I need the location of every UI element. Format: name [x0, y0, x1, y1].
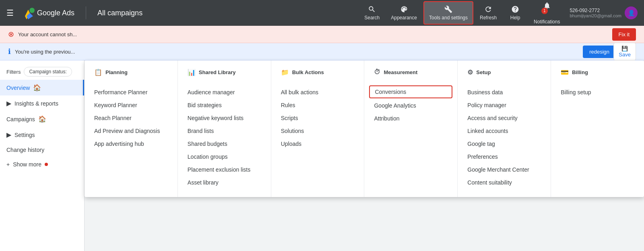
menu-item-location-groups[interactable]: Location groups: [188, 150, 261, 163]
save-button[interactable]: 💾 Save: [613, 43, 636, 60]
info-bar: ℹ You're using the previou... redesign 💾…: [0, 43, 644, 60]
appearance-button[interactable]: Appearance: [386, 2, 422, 24]
setup-header: ⚙ Setup: [467, 68, 541, 79]
help-label: Help: [510, 15, 520, 21]
menu-item-policy-manager[interactable]: Policy manager: [467, 99, 541, 112]
redesign-button[interactable]: redesign: [583, 46, 616, 58]
menu-item-scripts[interactable]: Scripts: [281, 112, 355, 124]
menu-item-reach-planner[interactable]: Reach Planner: [94, 112, 168, 124]
tools-settings-button[interactable]: Tools and settings: [423, 1, 473, 25]
campaign-status-chip[interactable]: Campaign status:: [24, 67, 72, 77]
menu-item-shared-budgets[interactable]: Shared budgets: [188, 137, 261, 150]
sidebar-item-change-history[interactable]: Change history: [0, 143, 84, 157]
settings-expand-icon: ▶: [6, 131, 11, 139]
app-name: Google Ads: [37, 9, 74, 17]
notification-badge: 1: [541, 8, 548, 14]
menu-item-bid-strategies[interactable]: Bid strategies: [188, 99, 261, 112]
sidebar-item-insights[interactable]: ▶ Insights & reports: [0, 95, 84, 111]
appearance-icon: [400, 5, 408, 13]
insights-label: Insights & reports: [14, 100, 58, 107]
setup-column: ⚙ Setup Business data Policy manager Acc…: [458, 60, 551, 197]
planning-title: Planning: [105, 69, 128, 75]
setup-title: Setup: [476, 69, 491, 75]
refresh-button[interactable]: Refresh: [475, 2, 502, 24]
red-dot-indicator: [45, 163, 48, 166]
tools-label: Tools and settings: [429, 15, 468, 21]
change-history-label: Change history: [6, 147, 44, 153]
menu-item-content-suitability[interactable]: Content suitability: [467, 176, 541, 189]
menu-item-audience-manager[interactable]: Audience manager: [188, 86, 261, 99]
menu-item-rules[interactable]: Rules: [281, 99, 355, 112]
menu-item-billing-setup[interactable]: Billing setup: [561, 86, 634, 99]
shared-library-title: Shared Library: [199, 69, 236, 75]
menu-item-linked-accounts[interactable]: Linked accounts: [467, 124, 541, 137]
home-icon: 🏠: [33, 84, 41, 91]
sidebar-item-settings[interactable]: ▶ Settings: [0, 127, 84, 143]
bulk-actions-column: 📁 Bulk Actions All bulk actions Rules Sc…: [271, 60, 365, 197]
sidebar-item-campaigns[interactable]: Campaigns 🏠: [0, 111, 84, 127]
tools-dropdown-menu: 📋 Planning Performance Planner Keyword P…: [85, 60, 644, 197]
menu-item-access-security[interactable]: Access and security: [467, 112, 541, 124]
user-account[interactable]: 526-092-2772 bhumijiyani20@gmail.com 👤: [570, 6, 638, 19]
account-alert-bar: ⊗ Your account cannot sh... Fix it: [0, 26, 644, 43]
account-alert-text: Your account cannot sh...: [18, 31, 77, 37]
menu-item-uploads[interactable]: Uploads: [281, 137, 355, 150]
notifications-button[interactable]: 1 Notifications: [529, 0, 565, 28]
menu-item-attribution[interactable]: Attribution: [374, 112, 448, 125]
tools-icon: [444, 5, 452, 13]
menu-item-business-data[interactable]: Business data: [467, 86, 541, 99]
planning-icon: 📋: [94, 68, 102, 76]
menu-item-preferences[interactable]: Preferences: [467, 150, 541, 163]
help-button[interactable]: Help: [503, 2, 527, 24]
menu-item-performance-planner[interactable]: Performance Planner: [94, 86, 168, 99]
sidebar: Filters Campaign status: Overview 🏠 ▶ In…: [0, 60, 85, 251]
menu-item-keyword-planner[interactable]: Keyword Planner: [94, 99, 168, 112]
billing-icon: 💳: [561, 68, 569, 76]
nav-divider: [86, 6, 86, 19]
menu-item-app-advertising[interactable]: App advertising hub: [94, 137, 168, 150]
campaign-status-label: Campaign status:: [29, 69, 66, 75]
fix-button[interactable]: Fix it: [612, 28, 636, 41]
menu-item-ad-preview[interactable]: Ad Preview and Diagnosis: [94, 124, 168, 137]
settings-label: Settings: [14, 132, 35, 138]
logo-icon: [22, 6, 35, 19]
hamburger-menu[interactable]: ☰: [6, 8, 14, 18]
nav-right: Search Appearance Tools and settings Ref…: [359, 0, 638, 28]
alert-icon: ⊗: [8, 30, 14, 39]
search-button[interactable]: Search: [359, 2, 384, 24]
expand-icon: ▶: [6, 100, 11, 107]
search-label: Search: [364, 15, 380, 21]
plus-icon: +: [6, 161, 10, 168]
menu-item-google-analytics[interactable]: Google Analytics: [374, 99, 448, 112]
campaigns-label: Campaigns: [6, 116, 35, 122]
menu-item-google-merchant[interactable]: Google Merchant Center: [467, 163, 541, 176]
billing-column: 💳 Billing Billing setup: [551, 60, 644, 197]
refresh-label: Refresh: [480, 15, 497, 21]
measurement-icon: ⏱: [374, 68, 380, 76]
info-text: You're using the previou...: [15, 49, 75, 55]
menu-item-all-bulk-actions[interactable]: All bulk actions: [281, 86, 355, 99]
appearance-label: Appearance: [391, 15, 417, 21]
planning-column: 📋 Planning Performance Planner Keyword P…: [85, 60, 178, 197]
menu-item-google-tag[interactable]: Google tag: [467, 137, 541, 150]
menu-item-brand-lists[interactable]: Brand lists: [188, 124, 261, 137]
sidebar-item-overview[interactable]: Overview 🏠: [0, 80, 84, 95]
menu-item-asset-library[interactable]: Asset library: [188, 176, 261, 189]
overview-label: Overview: [6, 85, 30, 91]
menu-item-conversions[interactable]: Conversions: [369, 85, 452, 98]
svg-point-2: [29, 8, 35, 13]
menu-item-negative-keyword[interactable]: Negative keyword lists: [188, 112, 261, 124]
menu-item-solutions[interactable]: Solutions: [281, 124, 355, 137]
bulk-actions-title: Bulk Actions: [292, 69, 324, 75]
save-icon: 💾: [621, 46, 628, 52]
page-title: All campaigns: [97, 9, 142, 17]
show-more-button[interactable]: + Show more: [0, 157, 84, 172]
nav-left: ☰ Google Ads All campaigns: [6, 6, 142, 19]
filters-label: Filters: [6, 69, 21, 75]
user-email: bhumijiyani20@gmail.com: [570, 13, 621, 18]
campaigns-home-icon: 🏠: [38, 115, 46, 123]
menu-item-placement-exclusion[interactable]: Placement exclusion lists: [188, 163, 261, 176]
billing-title: Billing: [572, 69, 588, 75]
filter-row: Filters Campaign status:: [0, 64, 84, 80]
notifications-label: Notifications: [534, 19, 560, 25]
